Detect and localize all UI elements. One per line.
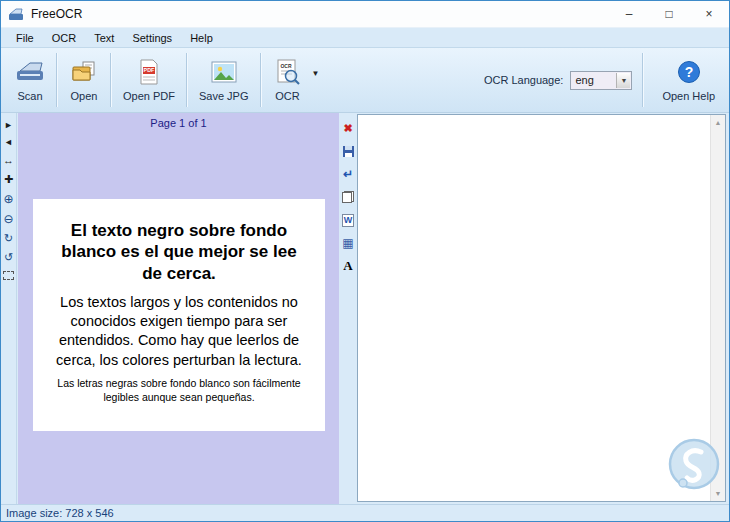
image-preview-panel[interactable]: Page 1 of 1 El texto negro sobre fondo b…: [18, 113, 339, 504]
open-help-label: Open Help: [662, 90, 715, 102]
ocr-output-textarea[interactable]: [358, 115, 710, 501]
page-indicator: Page 1 of 1: [18, 113, 339, 129]
folder-open-icon: [71, 58, 97, 86]
rotate-ccw-icon[interactable]: ↺: [2, 252, 16, 263]
save-jpg-label: Save JPG: [199, 90, 249, 102]
menu-help[interactable]: Help: [181, 30, 222, 46]
open-label: Open: [71, 90, 98, 102]
fit-width-icon[interactable]: ↔: [2, 155, 16, 166]
pdf-document-icon: PDF: [138, 58, 160, 86]
open-pdf-button[interactable]: PDF Open PDF: [115, 53, 183, 107]
open-button[interactable]: Open: [61, 53, 107, 107]
open-help-button[interactable]: ? Open Help: [654, 53, 723, 107]
export-table-icon: ▦: [342, 236, 353, 250]
ocr-language-value: eng: [575, 74, 593, 86]
export-word-button[interactable]: W: [341, 213, 355, 227]
document-footnote: Las letras negras sobre fondo blanco son…: [45, 377, 313, 404]
ocr-label: OCR: [275, 90, 299, 102]
text-tool-strip: ✖ ↵ W ▦ A: [339, 113, 357, 504]
ocr-icon-text: OCR: [280, 63, 292, 69]
close-button[interactable]: ×: [689, 1, 729, 27]
maximize-button[interactable]: □: [649, 1, 689, 27]
select-area-icon[interactable]: [3, 271, 14, 280]
toolbar: Scan Open PDF: [1, 47, 729, 113]
toolbar-separator: [260, 53, 262, 107]
scan-label: Scan: [17, 90, 42, 102]
rotate-cw-icon[interactable]: ↻: [2, 233, 16, 244]
copy-text-button[interactable]: [341, 190, 355, 204]
copy-text-icon: [342, 191, 354, 203]
titlebar: FreeOCR – □ ×: [1, 1, 729, 27]
pan-move-icon[interactable]: ✚: [2, 174, 16, 185]
save-text-icon: [343, 146, 354, 157]
clear-text-icon: ✖: [343, 122, 352, 135]
scanned-document: El texto negro sobre fondo blanco es el …: [33, 199, 325, 431]
toolbar-separator: [56, 53, 58, 107]
toolbar-right-group: OCR Language: eng ▼ ? Open Help: [484, 53, 723, 107]
font-settings-icon: A: [343, 258, 352, 274]
menu-file[interactable]: File: [7, 30, 43, 46]
export-word-icon: W: [342, 214, 354, 227]
ocr-language-select[interactable]: eng ▼: [570, 71, 632, 90]
nav-next-icon[interactable]: ►: [2, 121, 16, 130]
image-tool-strip: ► ◄ ↔ ✚ ⊕ ⊖ ↻ ↺: [1, 113, 17, 504]
zoom-in-icon[interactable]: ⊕: [2, 193, 16, 205]
document-body: Los textos largos y los contenidos no co…: [43, 293, 315, 370]
scan-button[interactable]: Scan: [7, 53, 53, 107]
scroll-up-icon[interactable]: ▲: [711, 115, 725, 130]
help-icon-glyph: ?: [684, 64, 693, 80]
toolbar-separator: [186, 53, 188, 107]
font-settings-button[interactable]: A: [341, 259, 355, 273]
document-heading: El texto negro sobre fondo blanco es el …: [50, 220, 308, 284]
ocr-output-panel: ▲ ▼: [357, 114, 726, 502]
save-text-button[interactable]: [341, 144, 355, 158]
ocr-button[interactable]: OCR OCR: [265, 53, 311, 107]
statusbar: Image size: 728 x 546: [1, 504, 729, 521]
ocr-language-label: OCR Language:: [484, 74, 564, 86]
menu-settings[interactable]: Settings: [123, 30, 181, 46]
send-to-editor-button[interactable]: ↵: [341, 167, 355, 181]
send-to-editor-icon: ↵: [343, 167, 353, 181]
nav-previous-icon[interactable]: ◄: [2, 138, 16, 147]
app-icon: [8, 6, 24, 22]
open-pdf-label: Open PDF: [123, 90, 175, 102]
watermark-logo: [665, 437, 721, 497]
toolbar-separator: [642, 53, 644, 107]
minimize-button[interactable]: –: [609, 1, 649, 27]
combo-dropdown-icon[interactable]: ▼: [616, 73, 630, 88]
menu-text[interactable]: Text: [85, 30, 123, 46]
help-icon: ?: [677, 58, 701, 86]
zoom-out-icon[interactable]: ⊖: [2, 213, 16, 225]
ocr-dropdown-arrow[interactable]: ▼: [311, 69, 324, 92]
ocr-magnifier-icon: OCR: [276, 58, 300, 86]
scanner-icon: [15, 58, 45, 86]
save-jpg-button[interactable]: Save JPG: [191, 53, 257, 107]
window-title: FreeOCR: [31, 7, 609, 21]
toolbar-separator: [110, 53, 112, 107]
clear-text-button[interactable]: ✖: [341, 121, 355, 135]
image-size-status: Image size: 728 x 546: [6, 507, 114, 519]
menubar: File OCR Text Settings Help: [1, 27, 729, 47]
pdf-icon-text: PDF: [144, 67, 155, 73]
export-table-button[interactable]: ▦: [341, 236, 355, 250]
main-area: ► ◄ ↔ ✚ ⊕ ⊖ ↻ ↺ Page 1 of 1 El texto neg…: [1, 113, 729, 504]
freeocr-window: FreeOCR – □ × File OCR Text Settings Hel…: [0, 0, 730, 522]
menu-ocr[interactable]: OCR: [43, 30, 85, 46]
picture-icon: [211, 58, 237, 86]
